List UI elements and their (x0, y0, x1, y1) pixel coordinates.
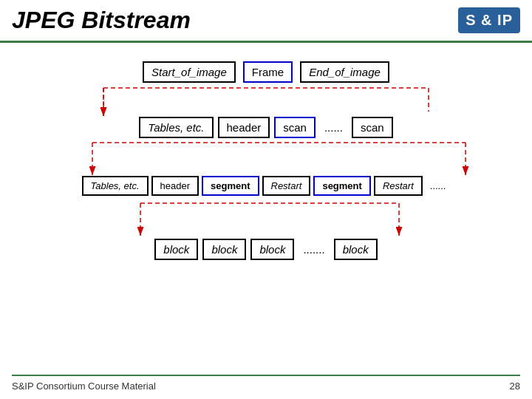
row4: block block block ....... block (30, 239, 502, 260)
row2-scan-box: scan (274, 117, 316, 138)
row3-ellipsis: ...... (426, 180, 451, 191)
page-number: 28 (510, 381, 520, 392)
frame-box: Frame (243, 61, 293, 83)
row2-tables-box: Tables, etc. (139, 117, 213, 138)
logo-box: S & IP (458, 7, 520, 33)
end-of-image-box: End_of_image (300, 61, 389, 83)
start-of-image-box: Start_of_image (143, 61, 236, 83)
row3-restart-box: Restart (262, 176, 311, 196)
row3-restart2-box: Restart (374, 176, 423, 196)
row2-header-box: header (218, 117, 270, 138)
footer: S&IP Consortium Course Material 28 (12, 375, 520, 392)
row3: Tables, etc. header segment Restart segm… (30, 176, 502, 196)
row1: Start_of_image Frame End_of_image (30, 61, 502, 83)
row4-block2-box: block (202, 239, 246, 260)
row3-segment-box: segment (202, 176, 259, 196)
top-bar: JPEG Bitstream S & IP (0, 0, 532, 43)
slide-title: JPEG Bitstream (12, 7, 191, 34)
diagram-wrapper: Start_of_image Frame End_of_image Tables… (30, 61, 502, 349)
row4-ellipsis: ....... (299, 243, 329, 256)
row2-scan2-box: scan (352, 117, 393, 138)
footer-text: S&IP Consortium Course Material (12, 381, 156, 392)
row3-header-box: header (151, 176, 199, 196)
row3-segment2-box: segment (313, 176, 370, 196)
content-area: Start_of_image Frame End_of_image Tables… (0, 43, 532, 349)
row4-block3-box: block (250, 239, 294, 260)
row2-ellipsis: ...... (320, 121, 347, 134)
row4-block1-box: block (154, 239, 198, 260)
row3-tables-box: Tables, etc. (82, 176, 149, 196)
row4-block4-box: block (334, 239, 378, 260)
row2: Tables, etc. header scan ...... scan (30, 117, 502, 138)
